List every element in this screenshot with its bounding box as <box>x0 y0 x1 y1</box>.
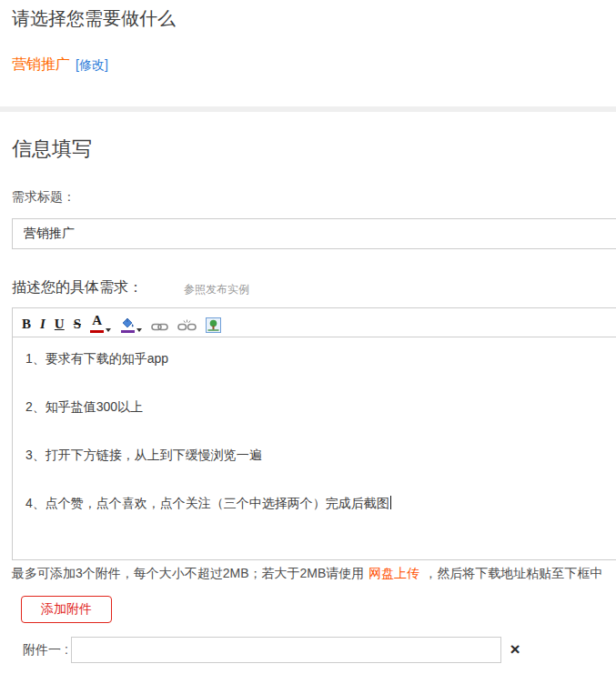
remove-link-icon[interactable] <box>177 313 197 333</box>
insert-link-icon[interactable] <box>151 313 168 333</box>
background-color-icon[interactable] <box>120 313 142 333</box>
editor-line: 1、要求有下载的知乎app <box>25 349 616 367</box>
modify-category-link[interactable]: [修改] <box>76 57 108 72</box>
insert-image-icon[interactable] <box>206 313 221 333</box>
strikethrough-icon[interactable]: S <box>74 313 81 333</box>
attachment-one-input[interactable] <box>71 637 501 663</box>
page-title: 请选择您需要做什么 <box>12 5 176 31</box>
add-attachment-button[interactable]: 添加附件 <box>21 596 112 623</box>
description-editor[interactable]: 1、要求有下载的知乎app 2、知乎盐值300以上 3、打开下方链接，从上到下缓… <box>12 337 616 560</box>
section-title: 信息填写 <box>12 135 92 164</box>
underline-icon[interactable]: U <box>55 313 65 333</box>
background-color-swatch <box>121 330 135 333</box>
editor-line: 3、打开下方链接，从上到下缓慢浏览一遍 <box>25 446 616 464</box>
task-title-label: 需求标题： <box>12 187 76 206</box>
task-title-input[interactable] <box>12 218 616 249</box>
remove-attachment-icon[interactable]: × <box>506 639 524 660</box>
editor-line: 2、知乎盐值300以上 <box>25 397 616 416</box>
dropdown-arrow <box>106 328 111 332</box>
font-color-icon[interactable]: A <box>90 313 111 333</box>
section-divider <box>0 106 616 112</box>
editor-line: 4、点个赞，点个喜欢，点个关注（三个中选择两个）完成后截图 <box>25 494 616 512</box>
netdisk-upload-link[interactable]: 网盘上传 <box>369 566 419 580</box>
italic-icon[interactable]: I <box>40 313 45 333</box>
publish-task-page: 请选择您需要做什么 营销推广[修改] 信息填写 需求标题： 描述您的具体需求： … <box>0 0 616 674</box>
selected-category-label: 营销推广 <box>12 56 70 72</box>
bold-icon[interactable]: B <box>22 313 31 333</box>
attachment-note: 最多可添加3个附件，每个大小不超过2MB；若大于2MB请使用网盘上传，然后将下载… <box>12 565 602 581</box>
text-cursor <box>390 496 391 509</box>
font-color-swatch <box>90 330 104 333</box>
editor-toolbar: B I U S A <box>12 307 616 337</box>
paint-bucket-glyph <box>120 317 135 329</box>
attachment-one-label: 附件一 : <box>23 640 68 659</box>
selected-category-row: 营销推广[修改] <box>12 55 108 75</box>
dropdown-arrow <box>136 328 142 332</box>
publish-example-link[interactable]: 参照发布实例 <box>184 281 249 297</box>
description-label: 描述您的具体需求： <box>12 277 143 298</box>
